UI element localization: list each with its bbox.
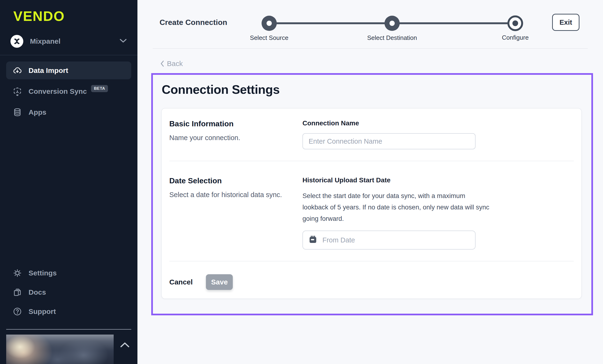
connection-name-field: Connection Name [302,120,493,149]
calendar-icon [309,235,317,245]
chevron-up-icon[interactable] [120,342,130,349]
wizard-title: Create Connection [160,18,227,27]
sidebar-item-label: Support [29,308,56,316]
sidebar-item-apps[interactable]: Apps [6,103,131,121]
date-selection-intro: Date Selection Select a date for histori… [169,176,302,250]
step-configure: Configure [507,15,523,31]
sidebar-footer-divider [6,329,131,330]
sidebar-footer-nav: Settings Docs Support [6,264,131,322]
form-actions: Cancel Save [162,261,581,298]
from-date-wrapper [302,231,475,250]
back-label: Back [167,60,183,68]
sidebar-item-label: Apps [29,108,46,116]
step-label: Configure [502,34,529,41]
step-connector [399,22,508,24]
step-dot-complete [262,16,277,31]
settings-card: Basic Information Name your connection. … [161,108,582,299]
cancel-button[interactable]: Cancel [169,278,193,286]
section-heading: Date Selection [169,176,302,185]
connection-settings-panel: Connection Settings Basic Information Na… [151,73,593,315]
connection-name-label: Connection Name [302,120,493,127]
step-dot-complete [384,16,400,31]
user-account-blurred[interactable] [6,335,114,364]
basic-information-section: Basic Information Name your connection. … [162,109,581,161]
docs-icon [13,288,22,297]
mixpanel-logo-icon [11,35,23,48]
step-select-source: Select Source [262,16,277,31]
workspace-switcher[interactable]: Mixpanel [11,35,128,48]
sidebar-item-docs[interactable]: Docs [6,283,131,301]
step-label: Select Source [250,34,289,42]
page-content: Back Connection Settings Basic Informati… [138,49,603,364]
cloud-download-icon [13,66,22,75]
vendo-logo: VENDO [13,8,138,24]
connection-name-input[interactable] [302,133,475,149]
sidebar-nav: Data Import Conversion Sync BETA [0,55,138,121]
stepper: Select Source Select Destination Configu… [262,15,523,31]
sidebar-item-label: Conversion Sync [29,87,87,95]
chevron-left-icon [160,60,164,67]
wizard-header: Create Connection Select Source Select D… [138,0,603,49]
section-heading: Basic Information [169,120,302,128]
beta-badge: BETA [91,85,108,92]
sidebar-item-settings[interactable]: Settings [6,264,131,282]
step-label: Select Destination [367,34,417,42]
basic-info-intro: Basic Information Name your connection. [169,120,302,149]
sidebar: VENDO Mixpanel [0,0,138,364]
sidebar-item-data-import[interactable]: Data Import [6,62,131,79]
sync-nodes-icon [13,87,22,96]
sidebar-item-support[interactable]: Support [6,302,131,320]
date-selection-section: Date Selection Select a date for histori… [162,161,581,261]
main-area: Create Connection Select Source Select D… [138,0,603,364]
step-connector [276,22,385,24]
gear-icon [13,269,22,277]
chevron-down-icon [119,38,127,44]
exit-button[interactable]: Exit [552,14,580,31]
sidebar-item-label: Docs [29,288,46,296]
page-title: Connection Settings [162,82,582,97]
step-dot-current [507,15,523,31]
step-select-destination: Select Destination [384,16,400,31]
workspace-name: Mixpanel [30,37,60,45]
start-date-help-text: Select the start date for your data sync… [302,190,490,224]
section-description: Name your connection. [169,134,302,142]
sidebar-item-label: Settings [29,269,57,277]
section-description: Select a date for historical data sync. [169,191,302,199]
start-date-label: Historical Upload Start Date [302,176,493,184]
save-button[interactable]: Save [206,274,233,290]
sidebar-item-conversion-sync[interactable]: Conversion Sync BETA [6,82,131,100]
help-circle-icon [13,307,22,316]
database-icon [13,108,22,117]
sidebar-item-label: Data Import [29,66,68,75]
start-date-field: Historical Upload Start Date Select the … [302,176,493,250]
back-link[interactable]: Back [160,60,183,68]
from-date-input[interactable] [302,231,475,250]
